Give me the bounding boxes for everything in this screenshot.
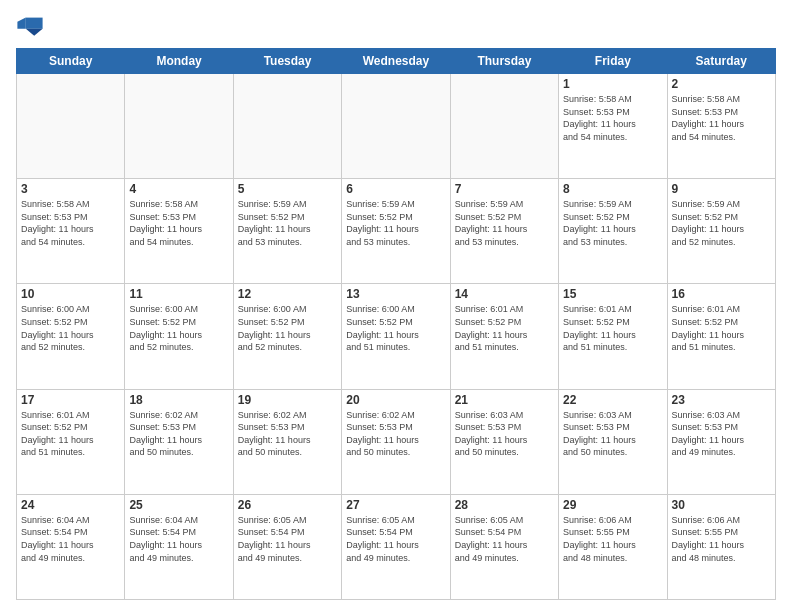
calendar-table: SundayMondayTuesdayWednesdayThursdayFrid… — [16, 48, 776, 600]
calendar-cell — [342, 74, 450, 179]
calendar-cell: 22Sunrise: 6:03 AM Sunset: 5:53 PM Dayli… — [559, 389, 667, 494]
day-number: 4 — [129, 182, 228, 196]
day-number: 22 — [563, 393, 662, 407]
day-number: 10 — [21, 287, 120, 301]
calendar-week-4: 24Sunrise: 6:04 AM Sunset: 5:54 PM Dayli… — [17, 494, 776, 599]
day-info: Sunrise: 6:06 AM Sunset: 5:55 PM Dayligh… — [672, 514, 771, 564]
day-number: 1 — [563, 77, 662, 91]
day-info: Sunrise: 5:58 AM Sunset: 5:53 PM Dayligh… — [563, 93, 662, 143]
calendar-cell — [450, 74, 558, 179]
day-info: Sunrise: 6:00 AM Sunset: 5:52 PM Dayligh… — [346, 303, 445, 353]
calendar-cell: 30Sunrise: 6:06 AM Sunset: 5:55 PM Dayli… — [667, 494, 775, 599]
calendar-week-2: 10Sunrise: 6:00 AM Sunset: 5:52 PM Dayli… — [17, 284, 776, 389]
day-number: 16 — [672, 287, 771, 301]
day-number: 14 — [455, 287, 554, 301]
day-info: Sunrise: 6:00 AM Sunset: 5:52 PM Dayligh… — [129, 303, 228, 353]
day-number: 3 — [21, 182, 120, 196]
weekday-header-friday: Friday — [559, 49, 667, 74]
calendar-cell: 6Sunrise: 5:59 AM Sunset: 5:52 PM Daylig… — [342, 179, 450, 284]
calendar-cell: 13Sunrise: 6:00 AM Sunset: 5:52 PM Dayli… — [342, 284, 450, 389]
day-number: 9 — [672, 182, 771, 196]
day-number: 13 — [346, 287, 445, 301]
day-info: Sunrise: 6:05 AM Sunset: 5:54 PM Dayligh… — [455, 514, 554, 564]
calendar-cell: 17Sunrise: 6:01 AM Sunset: 5:52 PM Dayli… — [17, 389, 125, 494]
day-info: Sunrise: 5:58 AM Sunset: 5:53 PM Dayligh… — [21, 198, 120, 248]
weekday-header-thursday: Thursday — [450, 49, 558, 74]
day-info: Sunrise: 6:05 AM Sunset: 5:54 PM Dayligh… — [238, 514, 337, 564]
calendar-week-3: 17Sunrise: 6:01 AM Sunset: 5:52 PM Dayli… — [17, 389, 776, 494]
calendar-cell: 24Sunrise: 6:04 AM Sunset: 5:54 PM Dayli… — [17, 494, 125, 599]
day-info: Sunrise: 6:06 AM Sunset: 5:55 PM Dayligh… — [563, 514, 662, 564]
logo — [16, 12, 48, 40]
calendar-cell: 27Sunrise: 6:05 AM Sunset: 5:54 PM Dayli… — [342, 494, 450, 599]
calendar-cell — [17, 74, 125, 179]
calendar-cell: 3Sunrise: 5:58 AM Sunset: 5:53 PM Daylig… — [17, 179, 125, 284]
day-number: 21 — [455, 393, 554, 407]
svg-marker-1 — [26, 29, 43, 36]
calendar-week-0: 1Sunrise: 5:58 AM Sunset: 5:53 PM Daylig… — [17, 74, 776, 179]
day-number: 24 — [21, 498, 120, 512]
calendar-cell: 5Sunrise: 5:59 AM Sunset: 5:52 PM Daylig… — [233, 179, 341, 284]
calendar-cell: 21Sunrise: 6:03 AM Sunset: 5:53 PM Dayli… — [450, 389, 558, 494]
day-number: 19 — [238, 393, 337, 407]
day-number: 12 — [238, 287, 337, 301]
day-info: Sunrise: 6:01 AM Sunset: 5:52 PM Dayligh… — [563, 303, 662, 353]
calendar-cell: 16Sunrise: 6:01 AM Sunset: 5:52 PM Dayli… — [667, 284, 775, 389]
day-info: Sunrise: 5:59 AM Sunset: 5:52 PM Dayligh… — [455, 198, 554, 248]
day-number: 23 — [672, 393, 771, 407]
calendar-cell: 2Sunrise: 5:58 AM Sunset: 5:53 PM Daylig… — [667, 74, 775, 179]
day-number: 7 — [455, 182, 554, 196]
header — [16, 12, 776, 40]
calendar-cell: 8Sunrise: 5:59 AM Sunset: 5:52 PM Daylig… — [559, 179, 667, 284]
calendar-cell: 15Sunrise: 6:01 AM Sunset: 5:52 PM Dayli… — [559, 284, 667, 389]
day-info: Sunrise: 6:00 AM Sunset: 5:52 PM Dayligh… — [21, 303, 120, 353]
calendar-cell: 29Sunrise: 6:06 AM Sunset: 5:55 PM Dayli… — [559, 494, 667, 599]
calendar-cell: 1Sunrise: 5:58 AM Sunset: 5:53 PM Daylig… — [559, 74, 667, 179]
weekday-header-sunday: Sunday — [17, 49, 125, 74]
calendar-cell: 12Sunrise: 6:00 AM Sunset: 5:52 PM Dayli… — [233, 284, 341, 389]
day-info: Sunrise: 6:02 AM Sunset: 5:53 PM Dayligh… — [346, 409, 445, 459]
calendar-cell: 23Sunrise: 6:03 AM Sunset: 5:53 PM Dayli… — [667, 389, 775, 494]
day-number: 29 — [563, 498, 662, 512]
day-info: Sunrise: 6:01 AM Sunset: 5:52 PM Dayligh… — [455, 303, 554, 353]
calendar-cell: 26Sunrise: 6:05 AM Sunset: 5:54 PM Dayli… — [233, 494, 341, 599]
day-info: Sunrise: 5:59 AM Sunset: 5:52 PM Dayligh… — [238, 198, 337, 248]
weekday-header-saturday: Saturday — [667, 49, 775, 74]
day-number: 11 — [129, 287, 228, 301]
calendar-cell: 25Sunrise: 6:04 AM Sunset: 5:54 PM Dayli… — [125, 494, 233, 599]
day-number: 15 — [563, 287, 662, 301]
day-info: Sunrise: 6:05 AM Sunset: 5:54 PM Dayligh… — [346, 514, 445, 564]
day-info: Sunrise: 6:04 AM Sunset: 5:54 PM Dayligh… — [129, 514, 228, 564]
calendar-cell: 10Sunrise: 6:00 AM Sunset: 5:52 PM Dayli… — [17, 284, 125, 389]
calendar-cell: 7Sunrise: 5:59 AM Sunset: 5:52 PM Daylig… — [450, 179, 558, 284]
day-info: Sunrise: 5:59 AM Sunset: 5:52 PM Dayligh… — [672, 198, 771, 248]
weekday-header-tuesday: Tuesday — [233, 49, 341, 74]
day-info: Sunrise: 6:03 AM Sunset: 5:53 PM Dayligh… — [563, 409, 662, 459]
day-info: Sunrise: 6:03 AM Sunset: 5:53 PM Dayligh… — [672, 409, 771, 459]
calendar-cell — [233, 74, 341, 179]
day-info: Sunrise: 6:00 AM Sunset: 5:52 PM Dayligh… — [238, 303, 337, 353]
day-info: Sunrise: 5:58 AM Sunset: 5:53 PM Dayligh… — [672, 93, 771, 143]
weekday-header-monday: Monday — [125, 49, 233, 74]
day-number: 2 — [672, 77, 771, 91]
weekday-header-wednesday: Wednesday — [342, 49, 450, 74]
page: SundayMondayTuesdayWednesdayThursdayFrid… — [0, 0, 792, 612]
logo-icon — [16, 12, 44, 40]
day-info: Sunrise: 6:04 AM Sunset: 5:54 PM Dayligh… — [21, 514, 120, 564]
day-number: 18 — [129, 393, 228, 407]
calendar-cell — [125, 74, 233, 179]
calendar-cell: 4Sunrise: 5:58 AM Sunset: 5:53 PM Daylig… — [125, 179, 233, 284]
day-info: Sunrise: 5:59 AM Sunset: 5:52 PM Dayligh… — [346, 198, 445, 248]
day-info: Sunrise: 6:02 AM Sunset: 5:53 PM Dayligh… — [238, 409, 337, 459]
calendar-cell: 11Sunrise: 6:00 AM Sunset: 5:52 PM Dayli… — [125, 284, 233, 389]
calendar-cell: 28Sunrise: 6:05 AM Sunset: 5:54 PM Dayli… — [450, 494, 558, 599]
day-number: 25 — [129, 498, 228, 512]
svg-marker-0 — [26, 18, 43, 29]
day-number: 26 — [238, 498, 337, 512]
day-number: 8 — [563, 182, 662, 196]
day-number: 5 — [238, 182, 337, 196]
calendar-cell: 18Sunrise: 6:02 AM Sunset: 5:53 PM Dayli… — [125, 389, 233, 494]
calendar-cell: 9Sunrise: 5:59 AM Sunset: 5:52 PM Daylig… — [667, 179, 775, 284]
calendar-header-row: SundayMondayTuesdayWednesdayThursdayFrid… — [17, 49, 776, 74]
day-number: 17 — [21, 393, 120, 407]
